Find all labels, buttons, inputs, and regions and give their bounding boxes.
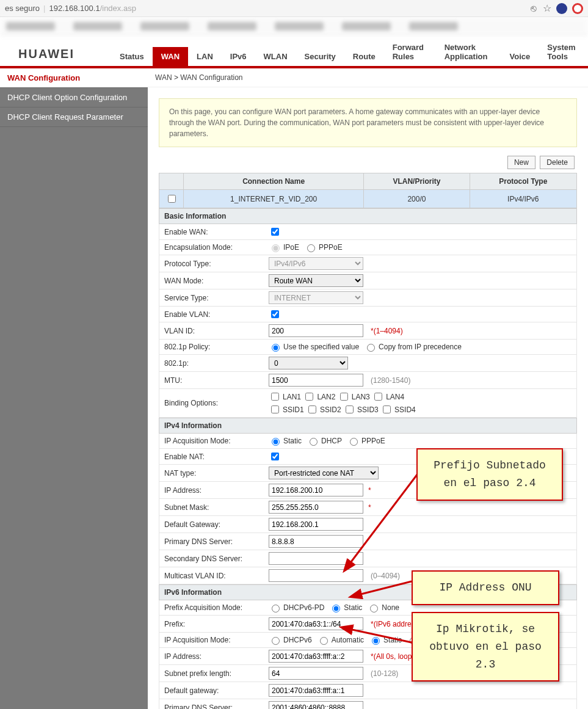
row-vlan: 200/0 [364,190,470,208]
lbl-ipv4addr: IP Address: [159,484,266,497]
lbl-1p: 802.1p: [159,357,266,370]
extension-icon-2[interactable] [572,3,583,14]
connection-row[interactable]: 1_INTERNET_R_VID_200 200/0 IPv4/IPv6 [159,190,577,208]
default-gateway-input[interactable] [269,518,363,531]
sidebar: WAN ConfigurationDHCP Client Option Conf… [0,68,148,709]
col-name: Connection Name [184,173,364,190]
translate-icon[interactable]: ⎋ [531,3,537,14]
nav-tab-system-tools[interactable]: System Tools [539,38,588,66]
prefixacq-dhcpv6pd-radio[interactable] [272,605,280,613]
req: * [368,486,371,495]
bind-ssid3[interactable] [346,405,354,413]
primary-dns-input[interactable] [269,535,363,548]
lbl-service: Service Type: [159,291,266,305]
multicast-vlan-input[interactable] [269,569,363,582]
vlanid-hint: *(1–4094) [371,327,403,335]
lbl-binding: Binding Options: [159,396,266,410]
main-nav: StatusWANLANIPv6WLANSecurityRouteForward… [111,38,588,66]
encap-pppoe-radio[interactable] [307,244,315,252]
mtu-input[interactable] [269,374,363,387]
ipv4acq-dhcp-radio[interactable] [310,438,318,446]
nav-tab-route[interactable]: Route [344,47,384,66]
lbl-mvlan: Multicast VLAN ID: [159,569,266,583]
lbl-prefix: Prefix: [159,617,266,631]
lbl-nattype: NAT type: [159,467,266,480]
lbl-enable-wan: Enable WAN: [159,225,266,239]
lbl-encap: Encapsulation Mode: [159,241,266,254]
secondary-dns-input[interactable] [269,552,363,565]
subnet-prefix-len-input[interactable] [269,667,363,680]
1p-specified-radio[interactable] [272,344,280,352]
bind-ssid1[interactable] [271,405,279,413]
nav-tab-wlan[interactable]: WLAN [255,47,296,66]
bind-lan4[interactable] [374,393,382,401]
brand-logo: HUAWEI [18,47,74,66]
bind-ssid4[interactable] [383,405,391,413]
section-basic: Basic Information [159,208,577,224]
sidebar-item-dhcp-client-option-configuration[interactable]: DHCP Client Option Configuration [0,88,148,107]
nav-tab-status[interactable]: Status [111,47,153,66]
extension-icon[interactable] [556,3,567,14]
wan-mode-select[interactable]: Route WAN [269,274,363,287]
nav-tab-ipv6[interactable]: IPv6 [222,47,255,66]
prefixacq-none-radio[interactable] [370,605,378,613]
lbl-ipv6acq: IP Acquisition Mode: [159,633,266,647]
col-select [159,173,184,190]
dot1p-select[interactable]: 0 [269,357,348,369]
enable-wan-checkbox[interactable] [271,228,279,236]
lbl-subprefixlen: Subnet prefix length: [159,667,266,680]
sidebar-item-dhcp-client-request-parameter[interactable]: DHCP Client Request Parameter [0,107,148,127]
lbl-enable-vlan: Enable VLAN: [159,308,266,321]
star-icon[interactable]: ☆ [543,2,551,14]
vlan-id-input[interactable] [269,324,363,337]
separator: | [43,4,45,13]
ipv6-primary-dns-input[interactable] [269,701,363,709]
lbl-dns2: Secondary DNS Server: [159,552,266,565]
ipv4-address-input[interactable] [269,484,363,496]
enable-nat-checkbox[interactable] [271,453,279,460]
new-button[interactable]: New [507,156,535,169]
delete-button[interactable]: Delete [540,156,575,169]
prefix-input[interactable] [269,617,363,630]
ipv6-address-input[interactable] [269,650,363,663]
mvlan-hint: (0–4094) [371,572,400,580]
col-vlan: VLAN/Priority [364,173,470,190]
bind-lan2[interactable] [305,393,313,401]
nav-tab-wan[interactable]: WAN [153,47,188,66]
subnet-mask-input[interactable] [269,501,363,514]
enable-vlan-checkbox[interactable] [271,310,279,318]
ipv4acq-static-radio[interactable] [272,438,280,446]
ipv6-gateway-input[interactable] [269,684,363,697]
encap-ipoe-radio[interactable] [272,244,280,252]
row-proto: IPv4/IPv6 [470,190,576,208]
1p-copy-radio[interactable] [367,344,375,352]
nav-tab-voice[interactable]: Voice [501,47,539,66]
nav-tab-security[interactable]: Security [296,47,344,66]
nat-type-select[interactable]: Port-restricted cone NAT [269,467,379,479]
nav-tab-lan[interactable]: LAN [188,47,222,66]
bind-lan1[interactable] [271,393,279,401]
ipv6acq-static-radio[interactable] [372,637,380,645]
nav-tab-forward-rules[interactable]: Forward Rules [384,38,436,66]
ipv6acq-auto-radio[interactable] [320,637,328,645]
sidebar-item-wan-configuration[interactable]: WAN Configuration [0,68,148,88]
browser-address-bar: es seguro | 192.168.100.1/index.asp ⎋ ☆ [0,0,588,17]
callout-mikrotik: Ip Mikrotik, se obtuvo en el paso 2.3 [412,612,559,682]
service-type-select[interactable]: INTERNET [269,291,363,304]
connections-table: Connection Name VLAN/Priority Protocol T… [159,173,577,208]
lbl-mtu: MTU: [159,374,266,387]
lbl-gw6: Default gateway: [159,684,266,697]
nav-tab-network-application[interactable]: Network Application [436,38,501,66]
section-ipv4: IPv4 Information [159,418,577,434]
lbl-dns1: Primary DNS Server: [159,535,266,548]
lbl-vlanid: VLAN ID: [159,324,266,338]
lbl-proto: Protocol Type: [159,257,266,271]
row-select-checkbox[interactable] [168,195,176,203]
bind-ssid2[interactable] [308,405,316,413]
ipv4acq-pppoe-radio[interactable] [350,438,358,446]
ipv6acq-dhcpv6-radio[interactable] [272,637,280,645]
top-header: HUAWEI StatusWANLANIPv6WLANSecurityRoute… [0,35,588,68]
prefixacq-static-radio[interactable] [332,605,340,613]
protocol-type-select[interactable]: IPv4/IPv6 [269,257,363,270]
bind-lan3[interactable] [340,393,348,401]
